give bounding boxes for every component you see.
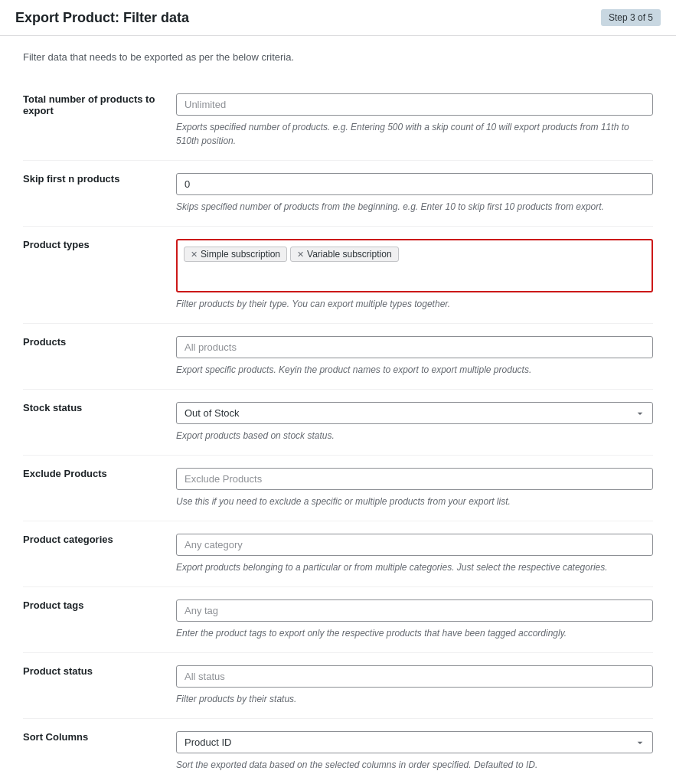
- sort-columns-select[interactable]: Product ID Product Name SKU Price Stock: [176, 731, 653, 753]
- product-types-wrapper[interactable]: ✕ Simple subscription ✕ Variable subscri…: [176, 239, 653, 292]
- cell-product-tags: Enter the product tags to export only th…: [176, 587, 653, 653]
- label-product-status: Product status: [23, 653, 176, 719]
- row-products: Products Export specific products. Keyin…: [23, 324, 653, 390]
- row-product-status: Product status Filter products by their …: [23, 653, 653, 719]
- product-tags-description: Enter the product tags to export only th…: [176, 626, 653, 640]
- cell-product-types: ✕ Simple subscription ✕ Variable subscri…: [176, 227, 653, 324]
- total-products-description: Exports specified number of products. e.…: [176, 120, 653, 148]
- label-total-products: Total number of products to export: [23, 81, 176, 161]
- tag-remove-variable[interactable]: ✕: [297, 250, 304, 259]
- cell-total-products: Exports specified number of products. e.…: [176, 81, 653, 161]
- page-description: Filter data that needs to be exported as…: [23, 51, 653, 63]
- page-content: Filter data that needs to be exported as…: [0, 36, 676, 784]
- stock-status-description: Export products based on stock status.: [176, 429, 653, 443]
- cell-sort-columns: Product ID Product Name SKU Price Stock …: [176, 719, 653, 785]
- row-skip-first: Skip first n products Skips specified nu…: [23, 161, 653, 227]
- cell-stock-status: All In Stock Out of Stock On Backorder E…: [176, 390, 653, 456]
- row-total-products: Total number of products to export Expor…: [23, 81, 653, 161]
- tag-label-simple: Simple subscription: [201, 249, 280, 260]
- row-stock-status: Stock status All In Stock Out of Stock O…: [23, 390, 653, 456]
- page-header: Export Product: Filter data Step 3 of 5: [0, 0, 676, 36]
- tag-remove-simple[interactable]: ✕: [191, 250, 198, 259]
- sort-columns-description: Sort the exported data based on the sele…: [176, 758, 653, 772]
- step-badge: Step 3 of 5: [601, 9, 661, 26]
- cell-skip-first: Skips specified number of products from …: [176, 161, 653, 227]
- skip-first-description: Skips specified number of products from …: [176, 200, 653, 214]
- product-categories-input[interactable]: [176, 534, 653, 556]
- label-products: Products: [23, 324, 176, 390]
- skip-first-input[interactable]: [176, 173, 653, 195]
- product-status-description: Filter products by their status.: [176, 692, 653, 706]
- products-description: Export specific products. Keyin the prod…: [176, 363, 653, 377]
- row-exclude-products: Exclude Products Use this if you need to…: [23, 456, 653, 521]
- row-product-tags: Product tags Enter the product tags to e…: [23, 587, 653, 653]
- total-products-input[interactable]: [176, 93, 653, 116]
- product-tags-input[interactable]: [176, 599, 653, 622]
- cell-products: Export specific products. Keyin the prod…: [176, 324, 653, 390]
- row-product-types: Product types ✕ Simple subscription ✕: [23, 227, 653, 324]
- product-status-input[interactable]: [176, 665, 653, 688]
- label-sort-columns: Sort Columns: [23, 719, 176, 785]
- label-stock-status: Stock status: [23, 390, 176, 456]
- row-sort-columns: Sort Columns Product ID Product Name SKU…: [23, 719, 653, 785]
- label-product-tags: Product tags: [23, 587, 176, 653]
- tag-label-variable: Variable subscription: [307, 249, 392, 260]
- label-product-categories: Product categories: [23, 521, 176, 587]
- cell-exclude-products: Use this if you need to exclude a specif…: [176, 456, 653, 521]
- product-types-tags: ✕ Simple subscription ✕ Variable subscri…: [184, 247, 645, 262]
- page-wrapper: Export Product: Filter data Step 3 of 5 …: [0, 0, 676, 784]
- row-product-categories: Product categories Export products belon…: [23, 521, 653, 587]
- exclude-products-description: Use this if you need to exclude a specif…: [176, 495, 653, 508]
- tag-simple-subscription: ✕ Simple subscription: [184, 247, 287, 262]
- product-categories-description: Export products belonging to a particula…: [176, 560, 653, 574]
- stock-status-select[interactable]: All In Stock Out of Stock On Backorder: [176, 402, 653, 424]
- products-input[interactable]: [176, 336, 653, 358]
- label-product-types: Product types: [23, 227, 176, 324]
- label-exclude-products: Exclude Products: [23, 456, 176, 521]
- filter-form: Total number of products to export Expor…: [23, 81, 653, 784]
- tag-variable-subscription: ✕ Variable subscription: [290, 247, 399, 262]
- page-title: Export Product: Filter data: [15, 10, 189, 26]
- cell-product-categories: Export products belonging to a particula…: [176, 521, 653, 587]
- exclude-products-input[interactable]: [176, 468, 653, 490]
- label-skip-first: Skip first n products: [23, 161, 176, 227]
- cell-product-status: Filter products by their status.: [176, 653, 653, 719]
- product-types-description: Filter products by their type. You can e…: [176, 297, 653, 311]
